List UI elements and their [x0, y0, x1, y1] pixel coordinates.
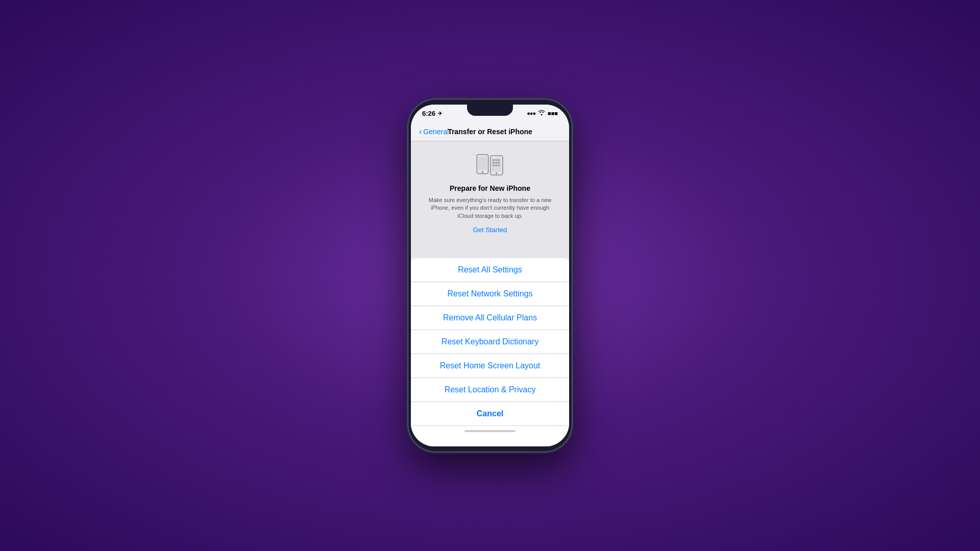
- phone-screen: 6:26 ✈ ●●● ■■■: [411, 105, 569, 446]
- reset-location-privacy-label: Reset Location & Privacy: [445, 385, 536, 394]
- cancel-label: Cancel: [477, 409, 503, 418]
- remove-cellular-plans-label: Remove All Cellular Plans: [443, 313, 537, 322]
- svg-rect-8: [493, 162, 494, 163]
- status-icons: ●●● ■■■: [527, 110, 558, 117]
- svg-rect-10: [498, 162, 499, 163]
- back-label: General: [423, 128, 449, 136]
- reset-home-screen-item[interactable]: Reset Home Screen Layout: [411, 354, 569, 378]
- reset-action-sheet: Reset All Settings Reset Network Setting…: [411, 258, 569, 446]
- status-time: 6:26 ✈: [422, 110, 442, 117]
- back-button[interactable]: ‹ General: [419, 127, 449, 136]
- navigation-bar: ‹ General Transfer or Reset iPhone: [411, 122, 569, 141]
- prepare-icon: [475, 152, 505, 179]
- reset-location-privacy-item[interactable]: Reset Location & Privacy: [411, 378, 569, 402]
- reset-network-settings-item[interactable]: Reset Network Settings: [411, 282, 569, 306]
- power-button[interactable]: [572, 186, 573, 223]
- reset-all-settings-label: Reset All Settings: [458, 265, 522, 274]
- nav-title: Transfer or Reset iPhone: [448, 128, 532, 136]
- svg-rect-12: [495, 164, 497, 166]
- reset-keyboard-dictionary-label: Reset Keyboard Dictionary: [442, 337, 538, 346]
- section-separator: [411, 244, 569, 258]
- location-icon: ✈: [438, 111, 442, 116]
- svg-point-14: [496, 172, 497, 174]
- home-bar: [464, 430, 516, 432]
- prepare-card: Prepare for New iPhone Make sure everyth…: [411, 141, 569, 244]
- phone-frame: 6:26 ✈ ●●● ■■■: [408, 99, 572, 452]
- reset-home-screen-label: Reset Home Screen Layout: [440, 361, 541, 370]
- svg-rect-11: [493, 164, 494, 166]
- cancel-button[interactable]: Cancel: [411, 402, 569, 426]
- svg-point-2: [482, 171, 483, 172]
- get-started-button[interactable]: Get Started: [473, 226, 507, 234]
- page-content: Prepare for New iPhone Make sure everyth…: [411, 141, 569, 446]
- battery-icon: ■■■: [548, 110, 558, 116]
- svg-rect-9: [495, 162, 497, 163]
- wifi-icon: [538, 110, 545, 117]
- svg-rect-6: [495, 159, 497, 161]
- svg-rect-13: [498, 164, 499, 166]
- home-indicator: [411, 426, 569, 436]
- prepare-title: Prepare for New iPhone: [450, 184, 530, 192]
- reset-all-settings-item[interactable]: Reset All Settings: [411, 258, 569, 282]
- svg-rect-1: [478, 157, 487, 170]
- time-display: 6:26: [422, 110, 435, 117]
- notch: [467, 105, 513, 116]
- reset-keyboard-dictionary-item[interactable]: Reset Keyboard Dictionary: [411, 330, 569, 354]
- phone-device: 6:26 ✈ ●●● ■■■: [408, 99, 572, 452]
- signal-icon: ●●●: [527, 110, 535, 116]
- prepare-description: Make sure everything's ready to transfer…: [419, 196, 561, 220]
- remove-cellular-plans-item[interactable]: Remove All Cellular Plans: [411, 306, 569, 330]
- svg-rect-7: [498, 159, 499, 161]
- reset-network-settings-label: Reset Network Settings: [447, 289, 532, 298]
- back-chevron-icon: ‹: [419, 127, 422, 136]
- svg-rect-5: [493, 159, 494, 161]
